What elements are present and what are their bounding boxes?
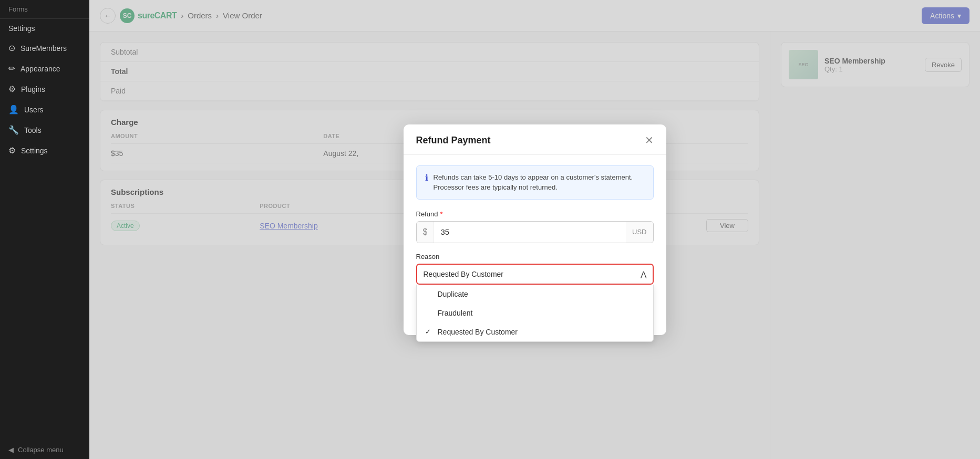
required-star: * — [440, 210, 442, 218]
dropdown-item-fraudulent[interactable]: Fraudulent — [417, 304, 653, 322]
currency-suffix: USD — [626, 222, 653, 243]
sidebar-settings-text: Settings — [8, 24, 35, 33]
reason-dropdown-trigger[interactable]: Requested By Customer ⋀ — [416, 264, 654, 285]
settings-icon: ⚙ — [8, 145, 16, 155]
refund-modal: Refund Payment ✕ ℹ Refunds can take 5-10… — [404, 124, 666, 335]
sidebar-item-label: Users — [24, 106, 44, 114]
currency-prefix: $ — [417, 222, 435, 243]
modal-title: Refund Payment — [416, 135, 491, 146]
modal-close-button[interactable]: ✕ — [645, 135, 654, 145]
sidebar-item-label: Appearance — [20, 65, 60, 73]
checkmark-icon: ✓ — [425, 328, 434, 336]
sidebar-item-label: Tools — [24, 126, 42, 134]
check-icon — [425, 290, 434, 298]
sidebar-item-appearance[interactable]: ✏ Appearance — [0, 58, 89, 79]
appearance-icon: ✏ — [8, 64, 15, 74]
info-box: ℹ Refunds can take 5-10 days to appear o… — [416, 165, 654, 200]
refund-amount-input[interactable] — [434, 222, 626, 243]
sidebar-item-label: SureMembers — [20, 44, 67, 53]
sidebar-top-label: Forms — [0, 0, 89, 19]
reason-dropdown: Requested By Customer ⋀ Duplicate Fraudu… — [416, 264, 654, 285]
modal-header: Refund Payment ✕ — [404, 124, 666, 155]
plugins-icon: ⚙ — [8, 84, 16, 94]
sidebar-item-suremembers[interactable]: ⊙ SureMembers — [0, 38, 89, 58]
dropdown-item-requested[interactable]: ✓ Requested By Customer — [417, 322, 653, 341]
sidebar-item-plugins[interactable]: ⚙ Plugins — [0, 79, 89, 99]
info-icon: ℹ — [425, 173, 428, 193]
dropdown-item-duplicate[interactable]: Duplicate — [417, 285, 653, 304]
modal-body: ℹ Refunds can take 5-10 days to appear o… — [404, 155, 666, 297]
sidebar: Forms Settings ⊙ SureMembers ✏ Appearanc… — [0, 0, 89, 459]
chevron-up-icon: ⋀ — [641, 270, 646, 278]
sidebar-item-users[interactable]: 👤 Users — [0, 99, 89, 120]
sidebar-item-tools[interactable]: 🔧 Tools — [0, 120, 89, 140]
main-area: ← SC sureCART › Orders › View Order Acti… — [89, 0, 980, 459]
selected-reason: Requested By Customer — [424, 270, 504, 278]
reason-field-label: Reason — [416, 253, 654, 260]
option-label: Fraudulent — [438, 309, 473, 317]
sidebar-item-label: Plugins — [21, 85, 45, 93]
option-label: Duplicate — [438, 290, 468, 298]
collapse-label: Collapse menu — [18, 446, 64, 454]
check-icon — [425, 309, 434, 317]
chevron-left-icon: ◀ — [8, 446, 14, 454]
refund-amount-group: $ USD — [416, 221, 654, 243]
info-text: Refunds can take 5-10 days to appear on … — [434, 172, 645, 193]
option-label: Requested By Customer — [438, 328, 518, 336]
sidebar-item-label: Settings — [21, 147, 48, 155]
refund-field-label: Refund * — [416, 210, 654, 218]
users-icon: 👤 — [8, 105, 19, 114]
reason-dropdown-menu: Duplicate Fraudulent ✓ Requested By Cust… — [416, 285, 654, 342]
tools-icon: 🔧 — [8, 125, 19, 135]
sidebar-settings-label: Settings — [0, 19, 89, 38]
collapse-menu[interactable]: ◀ Collapse menu — [0, 441, 89, 459]
suremembers-icon: ⊙ — [8, 43, 15, 53]
sidebar-item-settings[interactable]: ⚙ Settings — [0, 140, 89, 161]
modal-overlay: Refund Payment ✕ ℹ Refunds can take 5-10… — [89, 0, 980, 459]
